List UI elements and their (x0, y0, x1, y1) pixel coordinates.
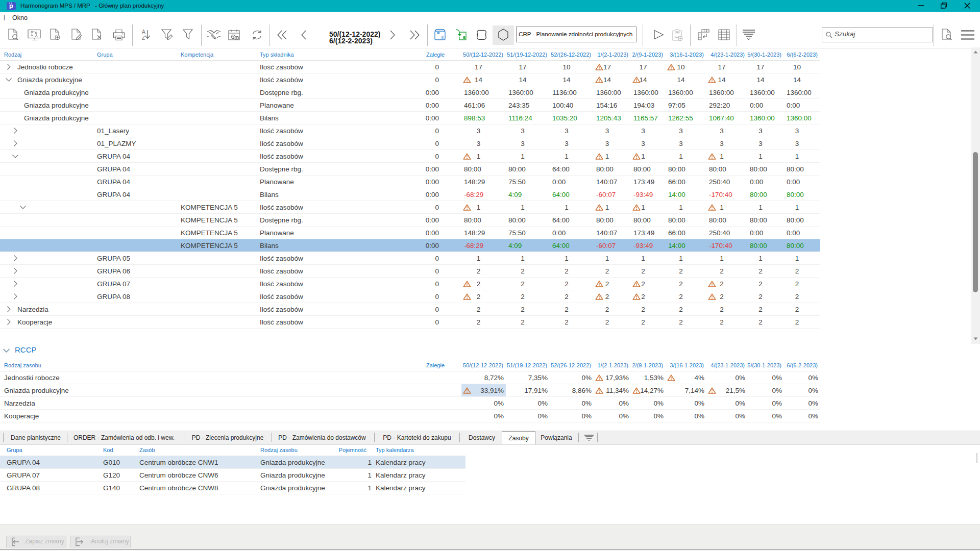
svg-text:Z: Z (142, 35, 145, 40)
svg-text:A: A (142, 29, 145, 35)
